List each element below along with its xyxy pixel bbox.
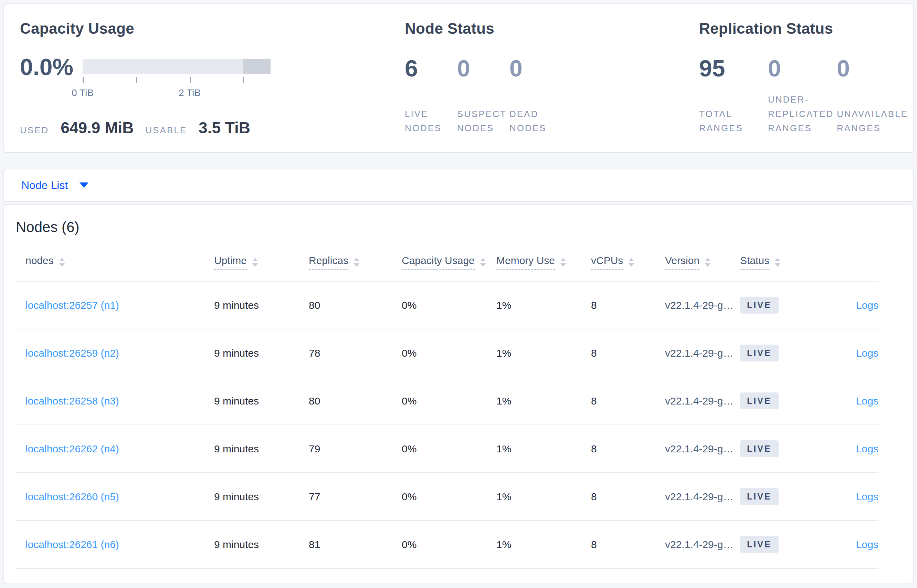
memory-use-cell: 1%	[496, 491, 591, 502]
usable-value: 3.5 TiB	[199, 118, 250, 137]
vcpus-cell: 8	[591, 395, 665, 407]
total-ranges-label: TOTAL RANGES	[699, 107, 768, 136]
sort-icon	[705, 258, 710, 267]
nodes-table-title: Nodes (6)	[16, 219, 878, 236]
live-nodes-value: 6	[405, 57, 457, 80]
capacity-usage-cell: 0%	[402, 347, 496, 359]
replicas-cell: 80	[309, 395, 402, 407]
version-cell: v22.1.4-29-g…	[665, 491, 740, 502]
axis-tick	[136, 77, 137, 82]
replicas-cell: 80	[309, 299, 402, 311]
capacity-usage-cell: 0%	[402, 299, 496, 311]
capacity-usage-section: Capacity Usage 0.0% 0 TiB 2 TiB USED 649…	[20, 4, 385, 152]
sort-icon	[480, 258, 486, 267]
node-link[interactable]: localhost:26259 (n2)	[26, 347, 119, 359]
table-row: localhost:26258 (n3) 9 minutes 80 0% 1% …	[16, 377, 878, 425]
vcpus-cell: 8	[591, 347, 665, 359]
column-header-replicas[interactable]: Replicas	[309, 255, 402, 270]
capacity-axis: 0 TiB 2 TiB	[82, 77, 271, 101]
version-cell: v22.1.4-29-g…	[665, 443, 740, 455]
capacity-bar-reserved-segment	[243, 59, 271, 74]
column-header-nodes[interactable]: nodes	[26, 255, 214, 270]
vcpus-cell: 8	[591, 299, 665, 311]
axis-tick	[82, 77, 84, 82]
axis-tick	[190, 77, 191, 82]
suspect-nodes-value: 0	[457, 57, 509, 80]
sort-icon	[775, 258, 780, 267]
vcpus-cell: 8	[591, 491, 665, 502]
replicas-cell: 81	[309, 539, 402, 551]
node-list-dropdown-label: Node List	[21, 179, 68, 192]
table-row: localhost:26257 (n1) 9 minutes 80 0% 1% …	[16, 282, 878, 330]
node-link[interactable]: localhost:26260 (n5)	[26, 491, 119, 502]
suspect-nodes-label: SUSPECT NODES	[457, 107, 509, 136]
sort-icon	[252, 258, 258, 267]
replication-status-title: Replication Status	[699, 20, 833, 37]
version-cell: v22.1.4-29-g…	[665, 395, 740, 407]
uptime-cell: 9 minutes	[214, 299, 309, 311]
column-header-version[interactable]: Version	[665, 255, 740, 270]
sort-icon	[560, 258, 566, 267]
under-replicated-ranges-label: UNDER-REPLICATED RANGES	[768, 93, 837, 136]
logs-link[interactable]: Logs	[856, 299, 878, 311]
usable-label: USABLE	[145, 125, 187, 136]
memory-use-cell: 1%	[496, 347, 591, 359]
logs-link[interactable]: Logs	[856, 539, 878, 550]
capacity-usage-cell: 0%	[402, 395, 496, 407]
axis-tick-label: 0 TiB	[72, 87, 94, 99]
dead-nodes-value: 0	[509, 57, 562, 80]
column-header-vcpus[interactable]: vCPUs	[591, 255, 665, 270]
unavailable-ranges-label: UNAVAILABLE RANGES	[837, 107, 906, 136]
capacity-usage-bar	[82, 59, 271, 74]
unavailable-ranges-value: 0	[837, 57, 906, 80]
uptime-cell: 9 minutes	[214, 443, 309, 455]
memory-use-cell: 1%	[496, 299, 591, 311]
node-link[interactable]: localhost:26257 (n1)	[26, 299, 119, 311]
node-status-section: Node Status 6 LIVE NODES 0 SUSPECT NODES…	[405, 4, 673, 152]
logs-link[interactable]: Logs	[856, 491, 878, 502]
column-header-memory-use[interactable]: Memory Use	[496, 255, 591, 270]
status-badge: LIVE	[740, 536, 779, 553]
uptime-cell: 9 minutes	[214, 491, 309, 502]
table-row: localhost:26261 (n6) 9 minutes 81 0% 1% …	[16, 521, 878, 569]
nodes-table-card: Nodes (6) nodes Uptime Replicas Capacity…	[3, 205, 914, 584]
table-row: localhost:26259 (n2) 9 minutes 78 0% 1% …	[16, 330, 878, 377]
live-nodes-label: LIVE NODES	[405, 107, 457, 136]
status-badge: LIVE	[740, 297, 779, 313]
replication-status-section: Replication Status 95 TOTAL RANGES 0 UND…	[699, 4, 912, 152]
uptime-cell: 9 minutes	[214, 539, 309, 551]
vcpus-cell: 8	[591, 539, 665, 551]
capacity-percent-value: 0.0%	[20, 55, 73, 79]
dead-nodes-stat: 0 DEAD NODES	[509, 57, 562, 136]
status-badge: LIVE	[740, 393, 779, 409]
column-header-capacity-usage[interactable]: Capacity Usage	[402, 255, 496, 270]
total-ranges-stat: 95 TOTAL RANGES	[699, 57, 768, 136]
uptime-cell: 9 minutes	[214, 395, 309, 407]
node-link[interactable]: localhost:26261 (n6)	[26, 539, 119, 550]
chevron-down-icon	[79, 183, 89, 188]
status-badge: LIVE	[740, 440, 779, 457]
memory-use-cell: 1%	[496, 443, 591, 455]
version-cell: v22.1.4-29-g…	[665, 299, 740, 311]
logs-link[interactable]: Logs	[856, 395, 878, 407]
node-link[interactable]: localhost:26262 (n4)	[26, 443, 119, 454]
dead-nodes-label: DEAD NODES	[509, 107, 562, 136]
table-header-row: nodes Uptime Replicas Capacity Usage Mem…	[16, 244, 878, 282]
logs-link[interactable]: Logs	[856, 347, 878, 359]
used-value: 649.9 MiB	[61, 118, 134, 137]
axis-tick	[243, 77, 244, 82]
memory-use-cell: 1%	[496, 539, 591, 551]
column-header-uptime[interactable]: Uptime	[214, 255, 309, 270]
status-badge: LIVE	[740, 488, 779, 505]
vcpus-cell: 8	[591, 443, 665, 455]
unavailable-ranges-stat: 0 UNAVAILABLE RANGES	[837, 57, 906, 136]
capacity-usage-cell: 0%	[402, 443, 496, 455]
memory-use-cell: 1%	[496, 395, 591, 407]
total-ranges-value: 95	[699, 57, 768, 80]
axis-tick-label: 2 TiB	[179, 87, 201, 99]
capacity-stats-row: USED 649.9 MiB USABLE 3.5 TiB	[20, 118, 250, 137]
column-header-status[interactable]: Status	[740, 255, 820, 270]
node-list-dropdown[interactable]: Node List	[21, 179, 89, 192]
node-link[interactable]: localhost:26258 (n3)	[26, 395, 119, 407]
logs-link[interactable]: Logs	[856, 443, 878, 454]
